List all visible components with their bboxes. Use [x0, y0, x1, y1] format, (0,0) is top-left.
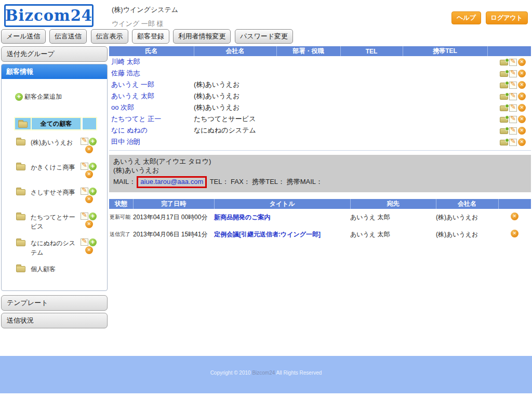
tab-customer-register[interactable]: 顧客登録 [132, 29, 169, 44]
edit-icon[interactable] [509, 127, 517, 135]
message-status: 送信完了 [109, 226, 133, 243]
tab-password-change[interactable]: パスワード変更 [235, 29, 293, 44]
add-icon[interactable] [89, 188, 97, 195]
message-title-link[interactable]: 定例会議[引継元送信者:ウイング一郎] [214, 231, 321, 238]
delete-icon[interactable] [85, 170, 93, 178]
logo-text: Bizcom24 [5, 7, 92, 24]
col-name: 氏名 [109, 46, 194, 56]
folder-label[interactable]: (株)あいうえお [31, 138, 81, 147]
delete-icon[interactable] [518, 58, 526, 66]
folder-item: (株)あいうえお [16, 138, 107, 155]
tab-message-view[interactable]: 伝言表示 [91, 29, 128, 44]
delete-icon[interactable] [518, 138, 526, 146]
customer-name-link[interactable]: 川崎 太郎 [111, 58, 140, 65]
folder-label[interactable]: 個人顧客 [31, 264, 81, 274]
email-link[interactable]: aiue.tarou@aaa.com [140, 178, 203, 185]
customer-name-link[interactable]: 佐藤 浩志 [111, 69, 140, 77]
col-company: 会社名 [436, 199, 498, 209]
sidebar-item-templates[interactable]: テンプレート [1, 295, 108, 311]
edit-icon[interactable] [81, 138, 88, 145]
folder-label[interactable]: なにぬねのシステム [31, 238, 81, 257]
table-row: たちつてと 正一 たちつてとサービス [109, 113, 531, 125]
contact-card-icon[interactable] [500, 105, 508, 111]
copyright-prefix: Copyright © 2010 [210, 370, 252, 376]
folder-label[interactable]: さしすせそ商事 [31, 188, 81, 197]
delete-icon[interactable] [85, 195, 93, 203]
add-icon[interactable] [89, 163, 97, 170]
delete-icon[interactable] [85, 220, 93, 228]
folder-icon [16, 139, 25, 145]
table-row: 佐藤 浩志 [109, 68, 531, 79]
customer-name-link[interactable]: あいうえ 太郎 [111, 92, 154, 100]
contact-card-icon[interactable] [500, 83, 508, 88]
customer-name-link[interactable]: oo 次郎 [111, 103, 134, 111]
edit-icon[interactable] [509, 82, 517, 89]
logout-button[interactable]: ログアウト [486, 11, 528, 24]
customer-name-link[interactable]: 田中 治朗 [111, 138, 140, 145]
edit-icon[interactable] [509, 116, 517, 123]
folder-icon-cell [14, 117, 31, 130]
message-title-link[interactable]: 新商品開発のご案内 [214, 214, 271, 221]
table-row: oo 次郎 (株)あいうえお [109, 102, 531, 113]
edit-icon[interactable] [81, 213, 88, 220]
folder-spacer-cell [83, 117, 97, 130]
header-buttons: ヘルプ ログアウト [449, 11, 528, 24]
col-status: 状態 [109, 199, 133, 209]
table-row: 川崎 太郎 [109, 56, 531, 68]
email-annotation-box: aiue.tarou@aaa.com [137, 176, 207, 188]
contact-card-icon[interactable] [500, 128, 508, 134]
col-recipient: 宛先 [350, 199, 436, 209]
edit-icon[interactable] [81, 163, 88, 170]
footer-brand: Bizcom24 [252, 370, 275, 376]
add-icon[interactable] [89, 238, 97, 246]
delete-icon[interactable] [85, 145, 93, 153]
contact-card-icon[interactable] [500, 117, 508, 123]
folder-label[interactable]: たちつてとサービス [31, 213, 81, 231]
delete-icon[interactable] [518, 70, 526, 77]
message-datetime: 2013年04月17日 00時00分 [133, 209, 214, 226]
add-customer-company-button[interactable]: 顧客企業追加 [15, 92, 107, 101]
customer-company [194, 136, 276, 148]
folder-label[interactable]: かきくけこ商事 [31, 163, 81, 172]
sidebar-item-send-status[interactable]: 送信状況 [1, 313, 108, 328]
delete-icon[interactable] [511, 213, 518, 220]
edit-icon[interactable] [81, 188, 88, 195]
copyright-suffix: All Rights Reserved [275, 370, 322, 376]
customer-name-link[interactable]: あいうえ 一郎 [111, 81, 154, 88]
tab-message-send[interactable]: 伝言送信 [49, 29, 87, 44]
help-button[interactable]: ヘルプ [451, 11, 481, 24]
contact-card-icon[interactable] [500, 94, 508, 100]
add-icon[interactable] [89, 138, 97, 145]
table-row: 更新可能 2013年04月17日 00時00分 新商品開発のご案内 あいうえ 太… [109, 209, 531, 226]
table-row: あいうえ 一郎 (株)あいうえお [109, 79, 531, 90]
edit-icon[interactable] [509, 139, 517, 146]
edit-icon[interactable] [509, 59, 517, 66]
delete-icon[interactable] [518, 81, 526, 89]
folder-icon [18, 122, 28, 128]
contact-card-icon[interactable] [500, 60, 508, 65]
folder-all-customers[interactable]: 全ての顧客 [14, 117, 97, 130]
contact-card-icon[interactable] [500, 140, 508, 145]
add-icon[interactable] [89, 213, 97, 220]
folder-icon [16, 189, 25, 195]
customer-info-panel-title: 顧客情報 [2, 64, 107, 79]
delete-icon[interactable] [85, 246, 93, 254]
delete-icon[interactable] [518, 115, 526, 123]
edit-icon[interactable] [81, 238, 88, 246]
tab-mail-send[interactable]: メール送信 [1, 29, 46, 44]
delete-icon[interactable] [518, 127, 526, 135]
table-row: 田中 治朗 [109, 136, 531, 148]
delete-icon[interactable] [518, 92, 526, 100]
edit-icon[interactable] [509, 104, 517, 112]
contact-card-icon[interactable] [500, 71, 508, 77]
delete-icon[interactable] [511, 230, 518, 237]
edit-icon[interactable] [509, 93, 517, 100]
customer-name-link[interactable]: なに ぬねの [111, 126, 148, 134]
table-row: 送信完了 2013年04月06日 15時41分 定例会議[引継元送信者:ウイング… [109, 226, 531, 243]
sidebar-item-send-groups[interactable]: 送付先グループ [1, 46, 108, 62]
delete-icon[interactable] [518, 104, 526, 112]
edit-icon[interactable] [509, 70, 517, 77]
folder-actions [81, 213, 102, 230]
tab-user-info-change[interactable]: 利用者情報変更 [173, 29, 231, 44]
customer-name-link[interactable]: たちつてと 正一 [111, 115, 161, 123]
